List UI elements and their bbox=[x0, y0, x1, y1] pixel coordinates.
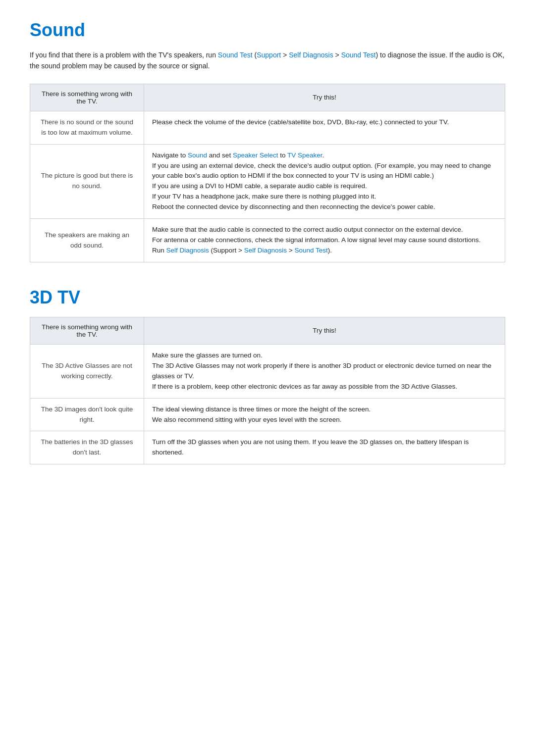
table-row: The 3D Active Glasses are not working co… bbox=[30, 344, 505, 398]
self-diagnosis-link-1[interactable]: Self Diagnosis bbox=[289, 51, 333, 59]
3dtv-col2-header: Try this! bbox=[144, 317, 505, 344]
sound-intro: If you find that there is a problem with… bbox=[30, 50, 505, 72]
sound-test-link-1[interactable]: Sound Test bbox=[218, 51, 253, 59]
sound-section: Sound If you find that there is a proble… bbox=[30, 20, 505, 262]
sound-table: There is something wrong with the TV. Tr… bbox=[30, 84, 505, 262]
3dtv-table: There is something wrong with the TV. Tr… bbox=[30, 317, 505, 464]
3dtv-problem-3: The batteries in the 3D glasses don't la… bbox=[30, 431, 144, 464]
sound-col2-header: Try this! bbox=[144, 84, 505, 111]
self-diagnosis-link-2[interactable]: Self Diagnosis bbox=[166, 247, 209, 254]
3dtv-problem-2: The 3D images don't look quite right. bbox=[30, 398, 144, 431]
3dtv-title: 3D TV bbox=[30, 287, 505, 308]
table-row: The batteries in the 3D glasses don't la… bbox=[30, 431, 505, 464]
sound-solution-1: Please check the volume of the device (c… bbox=[144, 111, 505, 144]
sound-col1-header: There is something wrong with the TV. bbox=[30, 84, 144, 111]
3dtv-solution-3: Turn off the 3D glasses when you are not… bbox=[144, 431, 505, 464]
3dtv-section: 3D TV There is something wrong with the … bbox=[30, 287, 505, 464]
sound-solution-3: Make sure that the audio cable is connec… bbox=[144, 219, 505, 262]
sound-problem-1: There is no sound or the sound is too lo… bbox=[30, 111, 144, 144]
table-row: There is no sound or the sound is too lo… bbox=[30, 111, 505, 144]
sound-link[interactable]: Sound bbox=[188, 151, 207, 159]
support-link[interactable]: Support bbox=[257, 51, 281, 59]
table-row: The picture is good but there is no soun… bbox=[30, 144, 505, 219]
table-row: The 3D images don't look quite right. Th… bbox=[30, 398, 505, 431]
3dtv-col1-header: There is something wrong with the TV. bbox=[30, 317, 144, 344]
3dtv-solution-1: Make sure the glasses are turned on. The… bbox=[144, 344, 505, 398]
sound-solution-2: Navigate to Sound and set Speaker Select… bbox=[144, 144, 505, 219]
speaker-select-link[interactable]: Speaker Select bbox=[233, 151, 278, 159]
3dtv-solution-2: The ideal viewing distance is three time… bbox=[144, 398, 505, 431]
sound-test-link-2[interactable]: Sound Test bbox=[341, 51, 376, 59]
table-row: The speakers are making an odd sound. Ma… bbox=[30, 219, 505, 262]
sound-test-link-3[interactable]: Sound Test bbox=[294, 247, 327, 254]
self-diagnosis-link-3[interactable]: Self Diagnosis bbox=[244, 247, 287, 254]
tv-speaker-link[interactable]: TV Speaker bbox=[287, 151, 322, 159]
sound-title: Sound bbox=[30, 20, 505, 41]
sound-problem-3: The speakers are making an odd sound. bbox=[30, 219, 144, 262]
3dtv-problem-1: The 3D Active Glasses are not working co… bbox=[30, 344, 144, 398]
sound-problem-2: The picture is good but there is no soun… bbox=[30, 144, 144, 219]
